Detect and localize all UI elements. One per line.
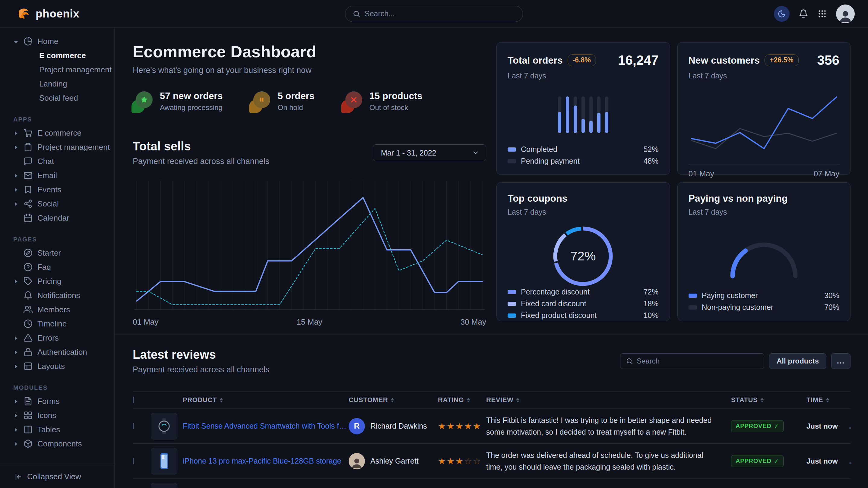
sidebar-item-home[interactable]: Home	[0, 34, 114, 48]
status-label: APPROVED	[736, 423, 772, 429]
sidebar-item-authentication[interactable]: Authentication	[0, 345, 114, 359]
sidebar-item-label: Timeline	[37, 319, 67, 329]
sidebar-item-starter[interactable]: Starter	[0, 246, 114, 260]
navbar-search-input[interactable]	[365, 9, 516, 18]
reviews-more-button[interactable]: ...	[831, 353, 850, 369]
review-text: The order was delivered ahead of schedul…	[486, 449, 731, 473]
legend-value: 70%	[824, 303, 839, 312]
collapse-sidebar-button[interactable]: Collapsed View	[0, 465, 114, 488]
sidebar-item-project-management[interactable]: Project management	[0, 140, 114, 154]
sidebar-item-social[interactable]: Social	[0, 197, 114, 211]
order-bar	[582, 96, 585, 133]
sidebar-item-label: Errors	[37, 333, 59, 343]
column-header-product[interactable]: PRODUCT	[151, 396, 349, 404]
lock-icon	[24, 348, 33, 357]
calendar-icon	[24, 214, 33, 223]
sidebar-item-icons[interactable]: Icons	[0, 409, 114, 423]
collapse-label: Collapsed View	[27, 472, 81, 481]
main-content: Ecommerce Dashboard Here's what's going …	[115, 28, 868, 488]
calendar-icon	[24, 214, 33, 223]
date-range-select[interactable]: Mar 1 - 31, 2022	[373, 144, 486, 161]
sort-icon	[516, 398, 519, 402]
status-badge: APPROVED✓	[731, 420, 783, 432]
chevron-right-icon	[13, 364, 19, 369]
theme-toggle-button[interactable]	[774, 6, 789, 22]
sidebar-item-label: E commerce	[37, 128, 82, 138]
column-header-customer[interactable]: CUSTOMER	[349, 396, 438, 404]
product-link[interactable]: iPhone 13 pro max-Pacific Blue-128GB sto…	[183, 457, 341, 465]
grid-icon	[24, 411, 33, 420]
sidebar-item-members[interactable]: Members	[0, 303, 114, 317]
sidebar-item-layouts[interactable]: Layouts	[0, 359, 114, 373]
new-customers-line-chart	[688, 89, 840, 165]
card-caption: Last 7 days	[688, 71, 840, 80]
tag-icon	[24, 277, 33, 286]
row-more-button[interactable]: ...	[847, 456, 850, 466]
orders-legend: Completed52%Pending payment48%	[507, 145, 659, 165]
apps-menu-button[interactable]	[817, 9, 827, 19]
sidebar-nav: HomeE commerceProject managementLandingS…	[0, 28, 114, 465]
product-link[interactable]: Fitbit Sense Advanced Smartwatch with To…	[183, 422, 349, 430]
sidebar-item-forms[interactable]: Forms	[0, 394, 114, 409]
notifications-button[interactable]	[799, 9, 808, 19]
sidebar-item-faq[interactable]: Faq	[0, 260, 114, 274]
sidebar-item-calendar[interactable]: Calendar	[0, 211, 114, 225]
sidebar-subitem-landing[interactable]: Landing	[0, 77, 114, 91]
bell-icon	[24, 291, 33, 300]
all-products-button[interactable]: All products	[769, 353, 826, 369]
alert-triangle-icon	[24, 333, 33, 343]
column-header-rating[interactable]: RATING	[438, 396, 486, 404]
time-cell: Just now	[806, 422, 847, 430]
legend-value: 10%	[643, 311, 658, 320]
reviews-search-input[interactable]	[637, 357, 758, 365]
card-value: 356	[817, 53, 839, 68]
reviews-search[interactable]	[620, 353, 764, 369]
new-customers-x-axis: 01 May07 May	[688, 165, 840, 178]
legend-swatch	[507, 148, 516, 152]
sidebar-subitem-social-feed[interactable]: Social feed	[0, 91, 114, 105]
column-header-time[interactable]: TIME	[806, 396, 847, 404]
sidebar-item-chat[interactable]: Chat	[0, 154, 114, 168]
legend-swatch	[507, 314, 516, 318]
sidebar-subitem-project-management[interactable]: Project management	[0, 63, 114, 77]
sidebar-item-events[interactable]: Events	[0, 183, 114, 197]
column-header-status[interactable]: STATUS	[731, 396, 806, 404]
cart-icon	[24, 128, 33, 138]
star-icon	[136, 91, 153, 108]
customer-avatar: R	[349, 418, 365, 434]
stat-caption: On hold	[277, 103, 314, 112]
column-label: PRODUCT	[183, 396, 217, 404]
clock-icon	[24, 319, 33, 329]
search-icon	[626, 357, 633, 365]
user-avatar[interactable]	[836, 4, 855, 23]
brand[interactable]: phoenix	[16, 6, 79, 22]
sidebar-item-label: Layouts	[37, 362, 65, 371]
sidebar-item-components[interactable]: Components	[0, 437, 114, 451]
navbar-search[interactable]	[345, 6, 523, 22]
table-row: iPhone 13 pro max-Pacific Blue-128GB sto…	[133, 444, 850, 479]
legend-item-non-paying-customer: Non-paying customer70%	[688, 303, 840, 312]
legend-value: 52%	[643, 145, 658, 154]
sidebar-item-e-commerce[interactable]: E commerce	[0, 126, 114, 140]
column-header-review[interactable]: REVIEW	[486, 396, 731, 404]
sidebar-item-errors[interactable]: Errors	[0, 331, 114, 345]
row-checkbox[interactable]	[133, 423, 134, 429]
sidebar-item-pricing[interactable]: Pricing	[0, 274, 114, 289]
phoenix-logo-icon	[16, 6, 31, 22]
sidebar-item-tables[interactable]: Tables	[0, 423, 114, 437]
reviews-title: Latest reviews	[133, 348, 269, 361]
row-checkbox[interactable]	[133, 458, 134, 464]
legend-label: Fixed product discount	[521, 311, 597, 320]
sidebar-item-timeline[interactable]: Timeline	[0, 317, 114, 331]
select-all-checkbox[interactable]	[133, 397, 134, 403]
stat-value: 57 new orders	[160, 91, 223, 102]
legend-swatch	[507, 290, 516, 294]
table-header-row: PRODUCTCUSTOMERRATINGREVIEWSTATUSTIME	[133, 391, 850, 409]
row-more-button[interactable]: ...	[847, 421, 850, 431]
product-thumbnail	[151, 413, 177, 440]
clock-icon	[24, 319, 33, 328]
sidebar-subitem-e-commerce[interactable]: E commerce	[0, 48, 114, 63]
sidebar-item-notifications[interactable]: Notifications	[0, 289, 114, 303]
total-sells-subtitle: Payment received across all channels	[133, 157, 269, 166]
sidebar-item-email[interactable]: Email	[0, 168, 114, 183]
